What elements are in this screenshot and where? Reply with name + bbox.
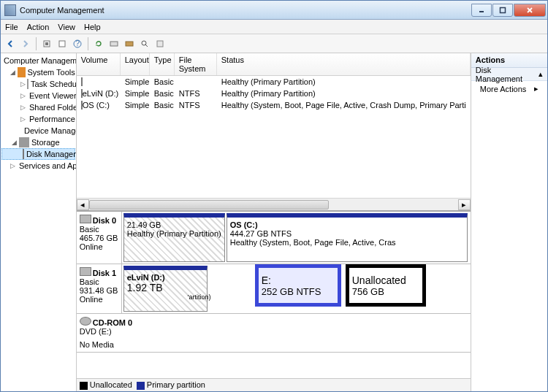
col-volume[interactable]: Volume xyxy=(77,53,121,75)
cdrom-icon xyxy=(80,317,91,326)
toolbar: ? xyxy=(1,34,547,53)
menu-bar: File Action View Help xyxy=(1,20,547,34)
volume-row[interactable]: OS (C:) Simple Basic NTFS Healthy (Syste… xyxy=(77,99,471,111)
menu-help[interactable]: Help xyxy=(84,23,101,31)
volume-row[interactable]: eLviN (D:) Simple Basic NTFS Healthy (Pr… xyxy=(77,88,471,99)
console-tree[interactable]: Computer Management (Local ◢System Tools… xyxy=(1,53,77,391)
forward-button[interactable] xyxy=(19,37,32,50)
volume-list[interactable]: Simple Basic Healthy (Primary Partition)… xyxy=(77,76,471,111)
toolbar-separator xyxy=(36,37,37,50)
partition[interactable]: eLviN (D:) 1.92 TB xyxy=(123,266,208,312)
disk-graphical-view[interactable]: Disk 0 Basic 465.76 GB Online 21.49 GB H… xyxy=(77,210,471,378)
volume-row[interactable]: Simple Basic Healthy (Primary Partition) xyxy=(77,76,471,88)
minimize-button[interactable] xyxy=(471,4,492,17)
annotation-e-partition: E: 252 GB NTFS xyxy=(255,264,341,307)
actions-pane: Actions Disk Management ▴ More Actions ▸ xyxy=(471,53,547,391)
tree-event-viewer[interactable]: ▷Event Viewer xyxy=(1,90,75,101)
svg-text:?: ? xyxy=(75,39,80,47)
menu-action[interactable]: Action xyxy=(27,23,50,31)
disk-row[interactable]: Disk 1 Basic 931.48 GB Online eLviN (D:)… xyxy=(77,264,471,314)
disk-icon xyxy=(80,267,91,276)
refresh-button[interactable] xyxy=(92,37,105,50)
legend: Unallocated Primary partition xyxy=(77,378,471,391)
volume-hscrollbar[interactable]: ◂ ▸ xyxy=(77,198,471,210)
legend-swatch-primary xyxy=(137,382,145,390)
back-button[interactable] xyxy=(4,37,17,50)
scroll-track[interactable] xyxy=(89,199,458,210)
svg-rect-1 xyxy=(501,7,506,12)
col-filesystem[interactable]: File System xyxy=(175,53,217,75)
svg-rect-5 xyxy=(45,42,48,45)
svg-rect-10 xyxy=(126,42,133,46)
tree-disk-management[interactable]: Disk Management xyxy=(1,148,75,160)
disk-header[interactable]: Disk 1 Basic 931.48 GB Online xyxy=(77,264,122,313)
disk-row[interactable]: CD-ROM 0 DVD (E:) No Media xyxy=(77,314,471,353)
tree-shared-folders[interactable]: ▷Shared Folders xyxy=(1,101,75,113)
tree-system-tools[interactable]: ◢System Tools xyxy=(1,66,75,78)
menu-view[interactable]: View xyxy=(58,23,75,31)
window-title: Computer Management xyxy=(20,6,471,15)
disk-header[interactable]: CD-ROM 0 DVD (E:) No Media xyxy=(77,314,471,352)
up-button[interactable] xyxy=(40,37,53,50)
tree-storage[interactable]: ◢Storage xyxy=(1,137,75,148)
maximize-button[interactable] xyxy=(492,4,513,17)
tree-services[interactable]: ▷Services and Applications xyxy=(1,160,75,172)
partition[interactable]: 21.49 GB Healthy (Primary Partition) xyxy=(123,213,225,262)
menu-file[interactable]: File xyxy=(5,23,18,31)
partition[interactable]: OS (C:) 444.27 GB NTFS Healthy (System, … xyxy=(227,213,468,262)
properties-button[interactable] xyxy=(56,37,69,50)
tree-task-scheduler[interactable]: ▷Task Scheduler xyxy=(1,78,75,90)
toolbar-separator xyxy=(88,37,88,50)
actions-more[interactable]: More Actions ▸ xyxy=(471,81,547,96)
svg-line-12 xyxy=(145,45,148,47)
toolbar-icon[interactable] xyxy=(107,37,121,50)
legend-swatch-unallocated xyxy=(80,382,88,390)
disk-icon xyxy=(80,215,91,223)
help-button[interactable]: ? xyxy=(71,37,84,50)
scroll-thumb[interactable] xyxy=(89,200,329,210)
tree-root[interactable]: Computer Management (Local xyxy=(1,55,75,66)
svg-rect-13 xyxy=(157,41,163,47)
col-layout[interactable]: Layout xyxy=(121,53,150,75)
chevron-right-icon: ▸ xyxy=(534,84,539,93)
disk-header[interactable]: Disk 0 Basic 465.76 GB Online xyxy=(77,212,122,264)
scroll-left-button[interactable]: ◂ xyxy=(77,199,89,210)
center-pane: Volume Layout Type File System Status Si… xyxy=(77,53,471,391)
toolbar-icon[interactable] xyxy=(138,37,151,50)
actions-section[interactable]: Disk Management ▴ xyxy=(471,68,547,81)
scroll-right-button[interactable]: ▸ xyxy=(458,199,471,210)
svg-rect-6 xyxy=(59,41,65,47)
annotation-unallocated: Unallocated 756 GB xyxy=(346,264,426,307)
svg-rect-9 xyxy=(110,42,118,46)
partition-tail-text: 'artition) xyxy=(188,293,211,301)
window-titlebar: Computer Management xyxy=(1,1,547,20)
tree-performance[interactable]: ▷Performance xyxy=(1,113,75,125)
col-type[interactable]: Type xyxy=(150,53,175,75)
tree-device-manager[interactable]: Device Manager xyxy=(1,125,75,137)
toolbar-icon[interactable] xyxy=(123,37,136,50)
toolbar-icon[interactable] xyxy=(153,37,167,50)
app-icon xyxy=(4,4,16,16)
volume-list-header[interactable]: Volume Layout Type File System Status xyxy=(77,53,471,76)
disk-row[interactable]: Disk 0 Basic 465.76 GB Online 21.49 GB H… xyxy=(77,212,471,264)
collapse-icon[interactable]: ▴ xyxy=(539,69,543,79)
col-status[interactable]: Status xyxy=(217,53,471,75)
close-button[interactable] xyxy=(514,4,546,17)
